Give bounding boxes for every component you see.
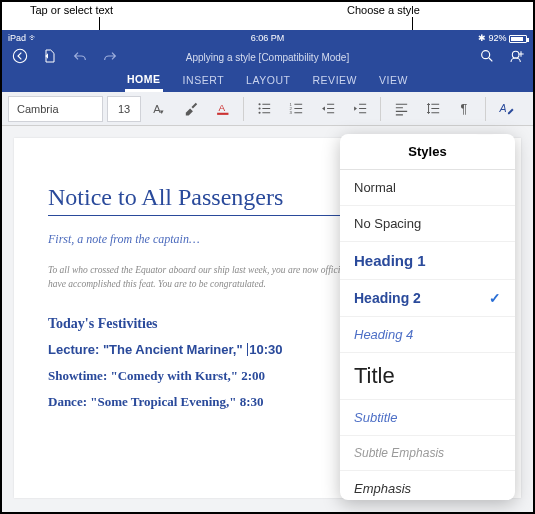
svg-point-0 bbox=[13, 49, 26, 62]
font-color-icon[interactable]: A bbox=[209, 96, 237, 122]
style-option-heading-2[interactable]: Heading 2✓ bbox=[340, 280, 515, 317]
style-option-subtle-emphasis[interactable]: Subtle Emphasis bbox=[340, 436, 515, 471]
style-option-heading-1[interactable]: Heading 1 bbox=[340, 242, 515, 280]
style-option-emphasis[interactable]: Emphasis bbox=[340, 471, 515, 500]
svg-point-1 bbox=[482, 51, 490, 59]
check-icon: ✓ bbox=[489, 290, 501, 306]
line-spacing-icon[interactable] bbox=[419, 96, 447, 122]
ribbon-tabs: HOME INSERT LAYOUT REVIEW VIEW bbox=[2, 68, 533, 92]
svg-text:▾: ▾ bbox=[160, 108, 164, 116]
status-time: 6:06 PM bbox=[251, 33, 285, 43]
svg-text:¶: ¶ bbox=[460, 101, 467, 116]
svg-rect-6 bbox=[217, 113, 228, 115]
tab-layout[interactable]: LAYOUT bbox=[244, 70, 292, 90]
numbering-icon[interactable]: 123 bbox=[282, 96, 310, 122]
ribbon: Cambria 13 A▾ A 123 ¶ A bbox=[2, 92, 533, 126]
tab-view[interactable]: VIEW bbox=[377, 70, 410, 90]
search-icon[interactable] bbox=[479, 48, 495, 66]
file-icon[interactable] bbox=[42, 48, 58, 66]
font-picker[interactable]: Cambria bbox=[8, 96, 103, 122]
svg-point-2 bbox=[512, 51, 519, 58]
styles-icon[interactable]: A bbox=[492, 96, 520, 122]
bullets-icon[interactable] bbox=[250, 96, 278, 122]
title-bar: Applying a style [Compatibility Mode] bbox=[2, 46, 533, 68]
style-option-no-spacing[interactable]: No Spacing bbox=[340, 206, 515, 242]
align-icon[interactable] bbox=[387, 96, 415, 122]
svg-point-8 bbox=[258, 107, 260, 109]
outdent-icon[interactable] bbox=[314, 96, 342, 122]
callout-left: Tap or select text bbox=[30, 4, 113, 16]
tab-insert[interactable]: INSERT bbox=[181, 70, 226, 90]
style-option-heading-4[interactable]: Heading 4 bbox=[340, 317, 515, 353]
undo-icon[interactable] bbox=[72, 48, 88, 66]
status-bar: iPad ᯤ 6:06 PM ✱ 92% bbox=[2, 30, 533, 46]
highlight-icon[interactable] bbox=[177, 96, 205, 122]
pilcrow-icon[interactable]: ¶ bbox=[451, 96, 479, 122]
battery-icon bbox=[509, 35, 527, 43]
font-format-icon[interactable]: A▾ bbox=[145, 96, 173, 122]
style-option-subtitle[interactable]: Subtitle bbox=[340, 400, 515, 436]
styles-popover: Styles NormalNo SpacingHeading 1Heading … bbox=[340, 134, 515, 500]
style-option-normal[interactable]: Normal bbox=[340, 170, 515, 206]
back-icon[interactable] bbox=[12, 48, 28, 66]
svg-point-7 bbox=[258, 103, 260, 105]
redo-icon[interactable] bbox=[102, 48, 118, 66]
styles-popover-title: Styles bbox=[340, 134, 515, 170]
styles-list[interactable]: NormalNo SpacingHeading 1Heading 2✓Headi… bbox=[340, 170, 515, 500]
tab-review[interactable]: REVIEW bbox=[310, 70, 359, 90]
svg-text:A: A bbox=[498, 102, 506, 114]
font-size[interactable]: 13 bbox=[107, 96, 141, 122]
share-icon[interactable] bbox=[509, 48, 525, 66]
style-option-title[interactable]: Title bbox=[340, 353, 515, 400]
indent-icon[interactable] bbox=[346, 96, 374, 122]
document-title: Applying a style [Compatibility Mode] bbox=[186, 52, 349, 63]
svg-text:3: 3 bbox=[289, 110, 292, 115]
wifi-icon: ᯤ bbox=[29, 33, 38, 43]
svg-text:A: A bbox=[218, 102, 225, 113]
tab-home[interactable]: HOME bbox=[125, 69, 163, 92]
callout-right: Choose a style bbox=[347, 4, 420, 16]
svg-point-9 bbox=[258, 112, 260, 114]
